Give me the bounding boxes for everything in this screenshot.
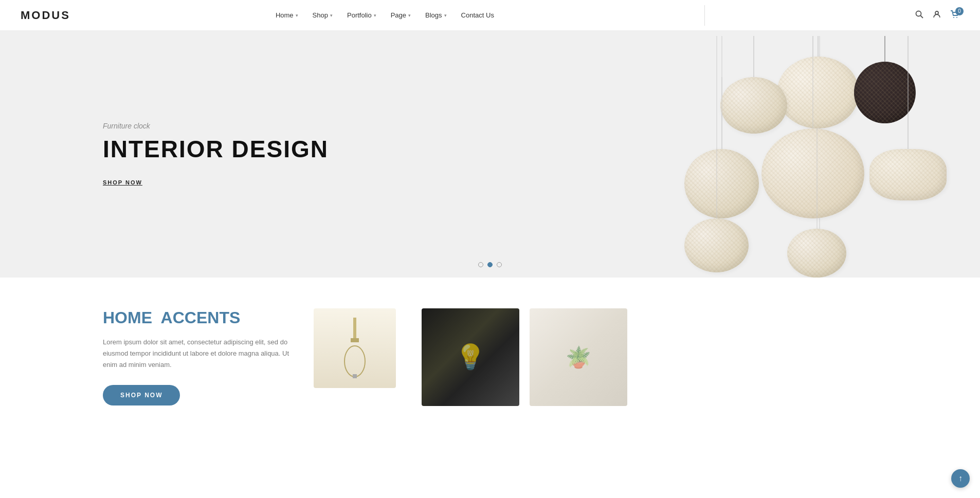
nav-divider [704,5,705,26]
nav-shop[interactable]: Shop ▾ [313,11,333,19]
hero-content: Furniture clock INTERIOR DESIGN SHOP NOW [0,122,329,187]
hero-image [620,31,980,278]
cart-count: 0 [955,7,964,15]
lamp-product-image [314,308,396,388]
section-images [422,308,877,406]
lamps-image [422,308,519,406]
home-accents-section: HOME ACCENTS Lorem ipsum dolor sit amet,… [0,278,980,406]
hero-dots [478,262,502,267]
lantern-8 [787,229,846,278]
desk-image [530,308,627,406]
chevron-down-icon: ▾ [408,13,411,18]
section-text: HOME ACCENTS Lorem ipsum dolor sit amet,… [103,308,298,405]
dot-1[interactable] [478,262,483,267]
navbar: MODUS Home ▾ Shop ▾ Portfolio ▾ Page ▾ B… [0,0,980,31]
nav-contact[interactable]: Contact Us [461,11,494,19]
search-icon[interactable] [915,10,923,21]
user-icon[interactable] [933,10,941,21]
lantern-7 [684,218,749,272]
nav-actions: 0 [915,10,959,21]
svg-rect-13 [353,318,356,338]
nav-page[interactable]: Page ▾ [391,11,411,19]
lantern-3 [854,62,916,123]
hero-section: Furniture clock INTERIOR DESIGN SHOP NOW [0,31,980,278]
nav-portfolio[interactable]: Portfolio ▾ [347,11,376,19]
lamp-svg [339,318,370,379]
lantern-2 [777,57,859,128]
svg-line-1 [920,15,923,18]
svg-point-15 [344,346,365,377]
dot-3[interactable] [497,262,502,267]
lantern-4 [684,149,759,218]
hero-shop-now-link[interactable]: SHOP NOW [103,179,142,186]
chevron-down-icon: ▾ [444,13,447,18]
svg-point-3 [953,17,954,18]
nav-blogs[interactable]: Blogs ▾ [425,11,447,19]
dot-2[interactable] [487,262,493,267]
nav-home[interactable]: Home ▾ [276,11,298,19]
lanterns-illustration [633,36,967,272]
lantern-5 [761,128,864,218]
hero-subtitle: Furniture clock [103,122,329,130]
brand-logo: MODUS [21,9,70,22]
svg-point-0 [916,11,921,16]
svg-point-4 [956,17,957,18]
chevron-down-icon: ▾ [296,13,298,18]
chevron-down-icon: ▾ [330,13,333,18]
lantern-1 [720,77,787,134]
nav-links: Home ▾ Shop ▾ Portfolio ▾ Page ▾ Blogs ▾… [276,11,494,19]
hero-title: INTERIOR DESIGN [103,135,329,163]
section-description: Lorem ipsum dolor sit amet, consectetur … [103,337,298,371]
svg-rect-14 [351,338,359,342]
section-heading: HOME ACCENTS [103,308,298,327]
svg-rect-16 [353,374,357,378]
cart-icon[interactable]: 0 [950,10,959,21]
shop-now-button[interactable]: SHOP NOW [103,385,180,405]
chevron-down-icon: ▾ [374,13,376,18]
lantern-6 [869,149,947,200]
